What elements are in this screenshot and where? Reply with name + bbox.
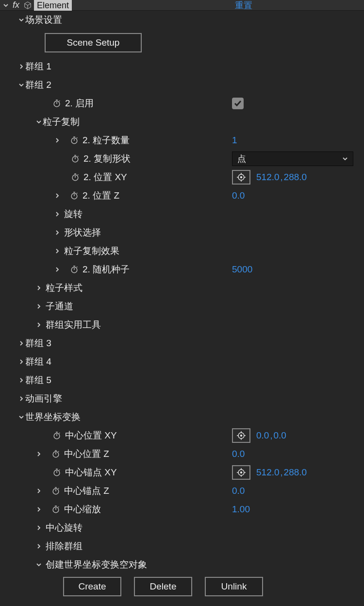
effect-name[interactable]: Element (34, 0, 72, 11)
center-anchor-xy-label: 中心锚点 XY (65, 466, 117, 479)
section-group-utilities[interactable]: 群组实用工具 (0, 316, 364, 334)
section-center-rotation[interactable]: 中心旋转 (0, 519, 364, 537)
stopwatch-icon[interactable] (50, 486, 61, 496)
center-pos-target-button[interactable] (232, 428, 250, 443)
prop-particle-count: 2. 粒子数量 1 (0, 131, 364, 150)
chevron-down-icon (17, 17, 25, 23)
chevron-right-icon[interactable] (35, 451, 43, 457)
section-rotation[interactable]: 旋转 (0, 205, 364, 223)
null-object-buttons: Create Delete Unlink (0, 574, 364, 599)
prop-position-xy: 2. 位置 XY 512.0 , 288.0 (0, 168, 364, 186)
reset-link[interactable]: 重置 (235, 0, 252, 11)
enable-checkbox[interactable] (232, 98, 244, 109)
section-aux-channel[interactable]: 子通道 (0, 297, 364, 316)
center-scale-label: 中心缩放 (64, 503, 101, 516)
position-target-button[interactable] (232, 170, 250, 185)
section-particle-replicator[interactable]: 粒子复制 (0, 113, 364, 131)
particle-replicator-label: 粒子复制 (43, 116, 80, 128)
replicate-shape-value: 点 (237, 153, 246, 165)
center-rotation-label: 中心旋转 (46, 522, 83, 534)
prop-random-seed: 2. 随机种子 5000 (0, 260, 364, 279)
chevron-right-icon[interactable] (35, 506, 43, 512)
section-group1[interactable]: 群组 1 (0, 57, 364, 76)
group2-label: 群组 2 (25, 79, 51, 91)
center-pos-x-value[interactable]: 0.0 (256, 430, 269, 441)
value-separator: , (270, 431, 272, 441)
chevron-right-icon (35, 543, 43, 549)
chevron-down-icon (342, 154, 348, 164)
prop-center-anchor-z: 中心锚点 Z 0.0 (0, 482, 364, 500)
section-group5[interactable]: 群组 5 (0, 371, 364, 389)
prop-position-z: 2. 位置 Z 0.0 (0, 186, 364, 205)
center-anchor-x-value[interactable]: 512.0 (256, 467, 280, 478)
create-null-label: 创建世界坐标变换空对象 (46, 558, 147, 571)
section-exclude-groups[interactable]: 排除群组 (0, 537, 364, 556)
chevron-right-icon (35, 525, 43, 531)
position-x-value[interactable]: 512.0 (256, 172, 280, 183)
replicate-shape-label: 2. 复制形状 (83, 152, 131, 165)
particle-count-label: 2. 粒子数量 (83, 134, 130, 147)
chevron-right-icon[interactable] (53, 137, 61, 143)
anim-engine-label: 动画引擎 (25, 392, 62, 405)
enable-label: 2. 启用 (65, 97, 94, 110)
chevron-right-icon[interactable] (53, 193, 61, 199)
stopwatch-icon[interactable] (50, 504, 61, 515)
scene-setup-button[interactable]: Scene Setup (45, 33, 142, 52)
center-pos-z-label: 中心位置 Z (64, 448, 109, 460)
stopwatch-icon[interactable] (69, 135, 80, 146)
delete-button[interactable]: Delete (134, 577, 192, 596)
stopwatch-icon[interactable] (69, 190, 80, 201)
center-pos-y-value[interactable]: 0.0 (273, 430, 286, 441)
particle-count-value[interactable]: 1 (232, 135, 237, 146)
section-anim-engine[interactable]: 动画引擎 (0, 389, 364, 408)
section-group4[interactable]: 群组 4 (0, 353, 364, 371)
stopwatch-icon[interactable] (51, 98, 62, 109)
position-z-value[interactable]: 0.0 (232, 190, 245, 201)
effect-header: fx Element 重置 (0, 0, 364, 11)
chevron-right-icon[interactable] (35, 488, 43, 494)
group4-label: 群组 4 (25, 355, 51, 368)
section-shape-select[interactable]: 形状选择 (0, 223, 364, 242)
stopwatch-icon[interactable] (50, 449, 61, 459)
center-anchor-y-value[interactable]: 288.0 (284, 467, 307, 478)
position-y-value[interactable]: 288.0 (284, 172, 307, 183)
group1-label: 群组 1 (25, 60, 51, 73)
section-group3[interactable]: 群组 3 (0, 334, 364, 353)
world-transform-label: 世界坐标变换 (25, 411, 81, 423)
center-scale-value[interactable]: 1.00 (232, 504, 250, 515)
stopwatch-icon[interactable] (51, 430, 62, 441)
fx-icon[interactable]: fx (13, 0, 19, 10)
prop-center-pos-z: 中心位置 Z 0.0 (0, 445, 364, 463)
section-create-null[interactable]: 创建世界坐标变换空对象 (0, 556, 364, 574)
replicator-fx-label: 粒子复制效果 (64, 245, 119, 257)
unlink-button[interactable]: Unlink (205, 577, 263, 596)
stopwatch-icon[interactable] (70, 153, 81, 164)
chevron-right-icon (17, 64, 25, 69)
section-particle-style[interactable]: 粒子样式 (0, 279, 364, 297)
collapse-effect-icon[interactable] (2, 2, 10, 8)
prop-replicate-shape: 2. 复制形状 点 (0, 150, 364, 168)
center-anchor-z-value[interactable]: 0.0 (232, 486, 245, 496)
center-anchor-target-button[interactable] (232, 465, 250, 480)
stopwatch-icon[interactable] (69, 264, 80, 275)
stopwatch-icon[interactable] (51, 467, 62, 478)
section-scene-settings[interactable]: 场景设置 (0, 11, 364, 29)
group-utilities-label: 群组实用工具 (46, 319, 101, 331)
prop-center-anchor-xy: 中心锚点 XY 512.0 , 288.0 (0, 463, 364, 482)
create-button[interactable]: Create (63, 577, 121, 596)
replicate-shape-dropdown[interactable]: 点 (232, 152, 353, 166)
chevron-right-icon (53, 230, 61, 236)
section-world-transform[interactable]: 世界坐标变换 (0, 408, 364, 426)
chevron-down-icon (17, 82, 25, 88)
chevron-down-icon (35, 119, 43, 125)
stopwatch-icon[interactable] (70, 172, 81, 183)
prop-center-pos-xy: 中心位置 XY 0.0 , 0.0 (0, 426, 364, 445)
center-pos-z-value[interactable]: 0.0 (232, 449, 245, 459)
random-seed-label: 2. 随机种子 (83, 263, 130, 276)
aux-channel-label: 子通道 (46, 300, 73, 313)
position-xy-label: 2. 位置 XY (83, 171, 127, 184)
section-replicator-fx[interactable]: 粒子复制效果 (0, 242, 364, 260)
random-seed-value[interactable]: 5000 (232, 264, 252, 275)
chevron-right-icon[interactable] (53, 267, 61, 272)
section-group2[interactable]: 群组 2 (0, 76, 364, 94)
